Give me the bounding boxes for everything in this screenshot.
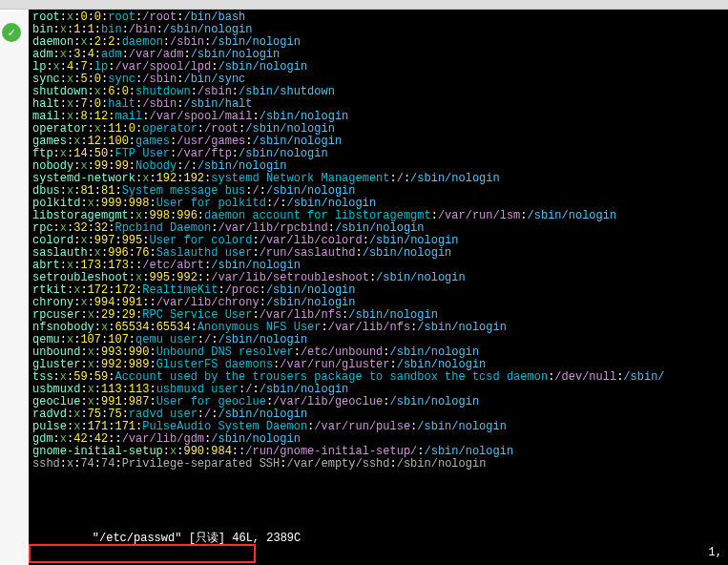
editor-gutter: ✓ xyxy=(0,10,29,565)
check-icon: ✓ xyxy=(2,23,21,42)
status-file-info: "/etc/passwd" [只读] 46L, 2389C xyxy=(93,532,301,545)
passwd-content: root:x:0:0:root:/root:/bin/bashbin:x:1:1… xyxy=(32,11,724,471)
vim-status-line: "/etc/passwd" [只读] 46L, 2389C xyxy=(61,518,304,559)
check-glyph: ✓ xyxy=(8,26,14,40)
passwd-line: sshd:x:74:74:Privilege-separated SSH:/va… xyxy=(32,458,724,471)
tab-bar xyxy=(0,0,728,10)
cursor-position: 1, xyxy=(709,547,722,559)
terminal-viewport[interactable]: root:x:0:0:root:/root:/bin/bashbin:x:1:1… xyxy=(29,10,728,565)
